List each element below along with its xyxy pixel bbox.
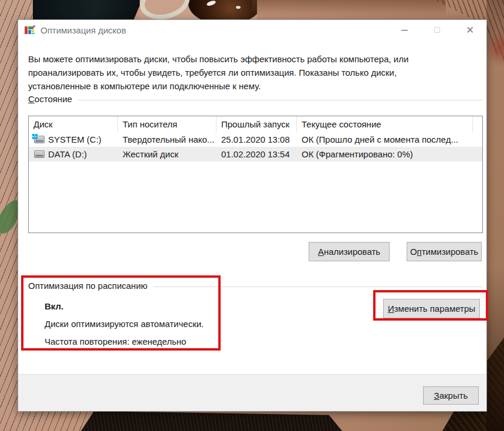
status-group-header: Состояние [28, 94, 483, 104]
background-eye-highlight [236, 6, 241, 9]
system-drive-icon [34, 136, 45, 143]
current-status: ОК (Фрагментировано: 0%) [297, 147, 473, 161]
close-button[interactable]: ✕ [454, 21, 486, 39]
annotation-box-change-settings [373, 290, 488, 321]
desktop-background: Оптимизация дисков ✕ Вы можете оптимизир… [0, 0, 504, 431]
minimize-icon [401, 30, 408, 31]
listview-header: Диск Тип носителя Прошлый запуск Текущее… [29, 116, 482, 132]
window-controls: ✕ [388, 21, 486, 39]
maximize-icon [434, 27, 440, 33]
status-group-label: Состояние [28, 94, 72, 104]
column-header-drive[interactable]: Диск [29, 116, 118, 132]
close-icon: ✕ [466, 25, 474, 35]
column-header-media-type[interactable]: Тип носителя [118, 116, 217, 132]
maximize-button[interactable] [421, 21, 454, 39]
drive-row-data-d[interactable]: DATA (D:) Жесткий диск 01.02.2020 13:54 … [29, 147, 482, 161]
window-title: Оптимизация дисков [40, 25, 126, 35]
data-drive-icon [34, 150, 45, 158]
analyze-button[interactable]: Анализировать [309, 242, 390, 261]
close-dialog-button[interactable]: Закрыть [423, 386, 479, 405]
media-type: Твердотельный нако... [118, 132, 217, 147]
title-bar[interactable]: Оптимизация дисков ✕ [18, 20, 486, 38]
background-right-shade [486, 0, 504, 431]
last-run: 01.02.2020 13:54 [217, 147, 297, 161]
drive-name: DATA (D:) [48, 147, 87, 161]
last-run: 25.01.2020 13:08 [217, 132, 297, 147]
drive-name: SYSTEM (C:) [48, 132, 102, 147]
defrag-app-icon [25, 25, 35, 35]
annotation-box-schedule [21, 275, 221, 351]
media-type: Жесткий диск [118, 147, 217, 161]
optimize-drives-dialog: Оптимизация дисков ✕ Вы можете оптимизир… [18, 19, 487, 412]
column-header-current-status[interactable]: Текущее состояние [297, 116, 473, 132]
background-glasses-frame [140, 0, 194, 21]
group-rule [78, 100, 483, 100]
dialog-description: Вы можете оптимизировать диски, чтобы по… [28, 52, 442, 93]
background-brow-shadow [252, 0, 446, 19]
drives-listview[interactable]: Диск Тип носителя Прошлый запуск Текущее… [28, 116, 483, 233]
optimize-button[interactable]: Оптимизировать [407, 242, 482, 261]
background-eye [140, 0, 257, 21]
column-header-last-run[interactable]: Прошлый запуск [217, 116, 297, 132]
current-status: ОК (Прошло дней с момента послед... [297, 132, 473, 147]
minimize-button[interactable] [388, 21, 421, 39]
dialog-footer [18, 374, 486, 411]
windows-flag-icon [32, 134, 38, 139]
background-hair-bottom [81, 411, 342, 431]
drive-row-system-c[interactable]: SYSTEM (C:) Твердотельный нако... 25.01.… [29, 132, 482, 147]
background-iris [188, 0, 257, 21]
